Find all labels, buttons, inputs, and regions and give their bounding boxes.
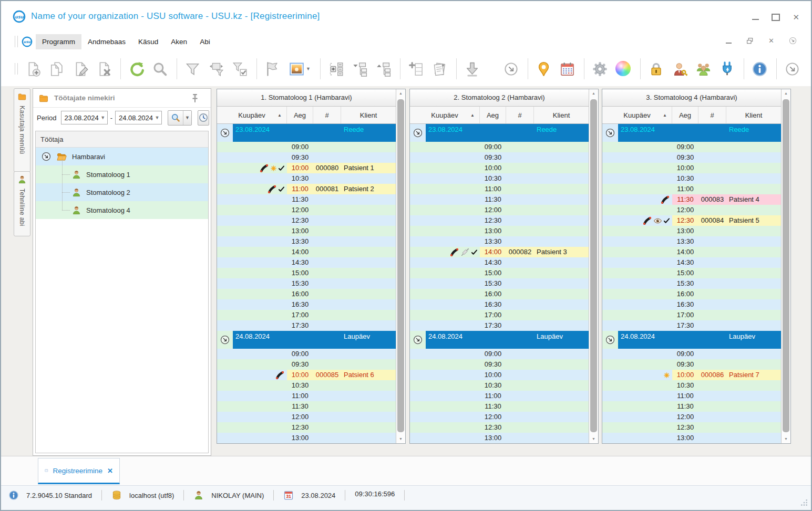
schedule-slot-row[interactable]: 15:00: [602, 268, 781, 278]
expand-collapse-icon[interactable]: [41, 151, 52, 162]
schedule-slot-row[interactable]: 13:00: [602, 226, 781, 236]
toolbar-refresh-button[interactable]: [125, 57, 147, 81]
schedule-slot-row[interactable]: 12:30: [217, 215, 396, 226]
chevron-down-icon[interactable]: ▼: [153, 115, 161, 120]
toolbar-doc-edit-button[interactable]: [69, 57, 91, 81]
schedule-slot-row[interactable]: 09:30: [410, 359, 589, 370]
scrollbar-thumb[interactable]: [783, 99, 789, 432]
schedule-slot-row[interactable]: 16:30: [217, 299, 396, 310]
schedule-slot-row[interactable]: 12:00: [217, 205, 396, 215]
mdi-minimize-button[interactable]: [726, 43, 732, 44]
schedule-slot-row[interactable]: 11:30: [410, 401, 589, 412]
expand-collapse-icon[interactable]: [413, 335, 423, 345]
schedule-slot-row[interactable]: 12:00: [602, 205, 781, 215]
chevron-down-icon[interactable]: ▼: [99, 115, 107, 120]
mdi-restore-button[interactable]: [746, 37, 754, 45]
toolbar-grip[interactable]: [15, 36, 18, 47]
schedule-slot-row[interactable]: 09:00: [602, 142, 781, 152]
schedule-slot-row[interactable]: 10:30: [410, 173, 589, 184]
toolbar-doc-delete-button[interactable]: [92, 57, 115, 81]
scrollbar-down-button[interactable]: ▼: [782, 435, 790, 443]
schedule-slot-row[interactable]: 17:00: [217, 310, 396, 320]
schedule-slot-row[interactable]: 11:00: [410, 391, 589, 401]
toolbar-users-group-button[interactable]: [692, 57, 714, 81]
schedule-slot-row[interactable]: 12:30: [410, 422, 589, 433]
menu-käsud[interactable]: Käsud: [132, 34, 165, 49]
schedule-slot-row[interactable]: 13:00: [217, 433, 396, 443]
toolbar-map-pin-button[interactable]: [532, 57, 554, 81]
schedule-date-row[interactable]: 24.08.2024Laupäev: [217, 331, 396, 349]
column-header-klient[interactable]: Klient: [726, 107, 781, 123]
schedule-slot-row[interactable]: 15:30: [217, 278, 396, 289]
schedule-slot-row[interactable]: 11:00: [602, 391, 781, 401]
schedule-slot-row[interactable]: 13:30: [410, 236, 589, 247]
toolbar-plug-button[interactable]: [716, 57, 738, 81]
schedule-slot-row[interactable]: 12:30: [410, 215, 589, 226]
tab-registreerimine[interactable]: Registreerimine ✕: [38, 458, 120, 484]
toolbar-filter-check-button[interactable]: [229, 57, 251, 81]
appointment-row[interactable]: 12:30000084Patsient 5: [602, 215, 781, 226]
toolbar-calendar-button[interactable]: [556, 57, 578, 81]
schedule-slot-row[interactable]: 09:00: [217, 142, 396, 152]
schedule-slot-row[interactable]: 09:00: [217, 349, 396, 359]
toolbar-filter-columns-button[interactable]: [205, 57, 227, 81]
period-from-field[interactable]: 23.08.2024 ▼: [61, 111, 108, 124]
toolbar-documents-button[interactable]: [428, 57, 450, 81]
schedule-slot-row[interactable]: 10:00: [410, 370, 589, 380]
schedule-slot-row[interactable]: 10:30: [410, 380, 589, 391]
schedule-slot-row[interactable]: 12:00: [602, 412, 781, 422]
scrollbar-thumb[interactable]: [397, 99, 404, 432]
schedule-slot-row[interactable]: 13:30: [217, 236, 396, 247]
schedule-slot-row[interactable]: 17:00: [602, 310, 781, 320]
column-header-kuupaev[interactable]: Kuupäev▲: [410, 107, 480, 123]
schedule-slot-row[interactable]: 15:00: [410, 268, 589, 278]
sidebar-tab-user-menu[interactable]: Kasutaja menüü: [14, 88, 30, 172]
toolbar-overflow-chevron-button[interactable]: [781, 57, 803, 81]
schedule-slot-row[interactable]: 09:30: [602, 152, 781, 163]
schedule-slot-row[interactable]: 09:30: [410, 152, 589, 163]
schedule-slot-row[interactable]: 13:00: [410, 226, 589, 236]
toolbar-filter-button[interactable]: [181, 57, 203, 81]
toolbar-gear-button[interactable]: [589, 57, 611, 81]
schedule-slot-row[interactable]: 15:30: [602, 278, 781, 289]
tab-close-icon[interactable]: ✕: [107, 467, 113, 475]
sidebar-tab-technical-help[interactable]: Tehniline abi: [14, 171, 30, 236]
column-header-aeg[interactable]: Aeg: [480, 107, 506, 123]
schedule-slot-row[interactable]: 12:00: [217, 412, 396, 422]
appointment-row[interactable]: 10:00000086Patsient 7: [602, 370, 781, 380]
column-header-number[interactable]: #: [698, 107, 726, 123]
scrollbar-thumb[interactable]: [590, 99, 597, 432]
toolbar-doc-copy-button[interactable]: [45, 57, 67, 81]
appointment-row[interactable]: 10:00000080Patsient 1: [217, 163, 396, 173]
schedule-slot-row[interactable]: 10:00: [410, 163, 589, 173]
maximize-button[interactable]: [772, 14, 780, 21]
toolbar-search-button[interactable]: [149, 57, 171, 81]
schedule-slot-row[interactable]: 10:30: [217, 173, 396, 184]
schedule-slot-row[interactable]: 12:30: [602, 422, 781, 433]
column-header-kuupaev[interactable]: Kuupäev▲: [217, 107, 287, 123]
search-button[interactable]: ▼: [168, 110, 192, 126]
vertical-scrollbar[interactable]: ▲▼: [396, 89, 405, 443]
resize-grip[interactable]: [800, 498, 808, 507]
schedule-slot-row[interactable]: 15:00: [217, 268, 396, 278]
tree-item-stomatoloog-4[interactable]: Stomatoloog 4: [36, 201, 208, 219]
appointment-row[interactable]: 11:30000083Patsient 4: [602, 194, 781, 205]
expand-collapse-icon[interactable]: [220, 335, 230, 345]
schedule-slot-row[interactable]: 13:00: [602, 433, 781, 443]
toolbar-doc-new-button[interactable]: [22, 57, 44, 81]
pin-icon[interactable]: [190, 93, 200, 103]
schedule-slot-row[interactable]: 12:30: [217, 422, 396, 433]
scrollbar-down-button[interactable]: ▼: [396, 435, 405, 443]
scrollbar-down-button[interactable]: ▼: [589, 435, 598, 443]
expand-collapse-icon[interactable]: [605, 128, 615, 138]
schedule-slot-row[interactable]: 11:00: [217, 391, 396, 401]
vertical-scrollbar[interactable]: ▲▼: [781, 89, 790, 443]
toolbar-download-button[interactable]: [461, 57, 483, 81]
schedule-date-row[interactable]: 23.08.2024Reede: [217, 124, 396, 142]
appointment-row[interactable]: 10:00000085Patsient 6: [217, 370, 396, 380]
menu-programm[interactable]: Programm: [36, 34, 81, 49]
column-header-aeg[interactable]: Aeg: [287, 107, 313, 123]
schedule-slot-row[interactable]: 09:00: [410, 142, 589, 152]
schedule-slot-row[interactable]: 13:30: [602, 236, 781, 247]
chevron-down-icon[interactable]: ▼: [183, 111, 191, 125]
